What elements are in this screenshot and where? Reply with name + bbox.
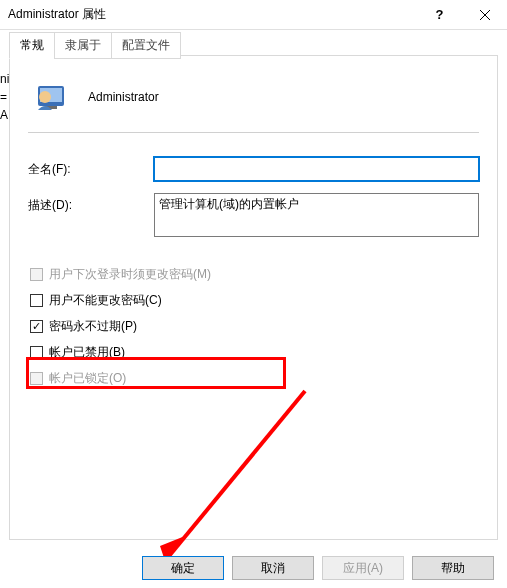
dialog-body: 常规 隶属于 配置文件 Administrator 全名(F): 描述(D): xyxy=(9,32,498,580)
row-desc: 描述(D): xyxy=(28,193,479,237)
ok-button[interactable]: 确定 xyxy=(142,556,224,580)
divider xyxy=(28,132,479,133)
help-button-bottom[interactable]: 帮助 xyxy=(412,556,494,580)
svg-line-6 xyxy=(165,391,305,561)
tab-general[interactable]: 常规 xyxy=(9,32,55,59)
label-fullname: 全名(F): xyxy=(28,161,154,178)
cancel-button[interactable]: 取消 xyxy=(232,556,314,580)
tab-panel-general: Administrator 全名(F): 描述(D): 用户下次登录时须更改密码… xyxy=(9,55,498,540)
input-fullname[interactable] xyxy=(154,157,479,181)
tab-memberof[interactable]: 隶属于 xyxy=(54,32,112,59)
check-label: 帐户已禁用(B) xyxy=(49,344,125,361)
check-locked: 帐户已锁定(O) xyxy=(28,365,479,391)
tab-profile[interactable]: 配置文件 xyxy=(111,32,181,59)
window-title: Administrator 属性 xyxy=(8,6,417,23)
button-row: 确定 取消 应用(A) 帮助 xyxy=(9,556,498,580)
checkbox-icon xyxy=(30,268,43,281)
check-label: 用户不能更改密码(C) xyxy=(49,292,162,309)
input-desc[interactable] xyxy=(154,193,479,237)
tabstrip: 常规 隶属于 配置文件 xyxy=(9,32,498,59)
check-mustchange: 用户下次登录时须更改密码(M) xyxy=(28,261,479,287)
check-cannotchange[interactable]: 用户不能更改密码(C) xyxy=(28,287,479,313)
close-button[interactable] xyxy=(462,0,507,30)
checkbox-icon xyxy=(30,320,43,333)
help-button[interactable]: ? xyxy=(417,0,462,30)
check-label: 用户下次登录时须更改密码(M) xyxy=(49,266,211,283)
checkbox-icon xyxy=(30,372,43,385)
apply-button[interactable]: 应用(A) xyxy=(322,556,404,580)
user-header: Administrator xyxy=(34,80,479,114)
svg-point-5 xyxy=(39,91,51,103)
checkbox-icon xyxy=(30,346,43,359)
check-neverexpire[interactable]: 密码永不过期(P) xyxy=(28,313,479,339)
user-icon xyxy=(34,80,68,114)
check-disabled[interactable]: 帐户已禁用(B) xyxy=(28,339,479,365)
user-name: Administrator xyxy=(88,90,159,104)
checkbox-icon xyxy=(30,294,43,307)
annotation-arrow xyxy=(130,386,310,576)
close-icon xyxy=(480,10,490,20)
check-label: 密码永不过期(P) xyxy=(49,318,137,335)
label-desc: 描述(D): xyxy=(28,193,154,214)
row-fullname: 全名(F): xyxy=(28,157,479,181)
check-label: 帐户已锁定(O) xyxy=(49,370,126,387)
titlebar: Administrator 属性 ? xyxy=(0,0,507,30)
checkbox-group: 用户下次登录时须更改密码(M) 用户不能更改密码(C) 密码永不过期(P) 帐户… xyxy=(28,261,479,391)
